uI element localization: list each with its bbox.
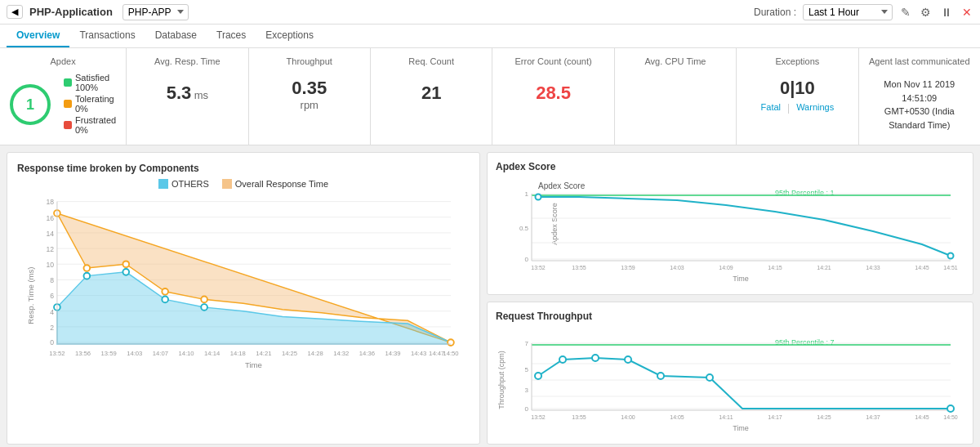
svg-point-33 [201, 304, 207, 311]
svg-text:14:51: 14:51 [943, 265, 958, 270]
svg-text:14:39: 14:39 [385, 350, 400, 357]
svg-text:Time: Time [733, 424, 749, 432]
nav-tabs: Overview Transactions Database Traces Ex… [0, 25, 980, 48]
throughput-chart-title: Request Throughput [496, 311, 964, 322]
svg-text:3: 3 [525, 387, 529, 394]
svg-text:Resp. Time (ms): Resp. Time (ms) [26, 266, 35, 324]
svg-text:Time: Time [245, 360, 262, 369]
svg-point-100 [947, 405, 954, 412]
metric-avg-cpu: Avg. CPU Time [615, 48, 737, 145]
svg-text:13:55: 13:55 [572, 414, 586, 420]
charts-section: Response time broken by Components OTHER… [7, 152, 973, 445]
metric-error-count: Error Count (count) 28.5 [492, 48, 614, 145]
svg-text:14:33: 14:33 [866, 265, 880, 270]
svg-point-97 [625, 356, 631, 363]
svg-point-98 [657, 373, 664, 379]
svg-text:14:45: 14:45 [915, 414, 929, 420]
svg-text:14:32: 14:32 [333, 350, 349, 357]
svg-text:14:03: 14:03 [127, 350, 142, 357]
svg-text:14:05: 14:05 [670, 414, 684, 420]
metric-req-count: Req. Count 21 [371, 48, 492, 145]
left-chart-legend: OTHERS Overall Response Time [17, 179, 470, 189]
duration-label: Duration : [754, 7, 796, 18]
svg-text:14:00: 14:00 [621, 414, 635, 420]
svg-text:14:14: 14:14 [204, 350, 220, 357]
svg-text:13:59: 13:59 [621, 265, 635, 270]
svg-text:Time: Time [733, 275, 749, 283]
error-count-value: 28.5 [536, 83, 571, 103]
warnings-link[interactable]: Warnings [796, 102, 834, 114]
svg-text:14:11: 14:11 [719, 414, 733, 420]
svg-text:14:50: 14:50 [943, 414, 958, 420]
agent-last-timezone: GMT+0530 (India Standard Time) [869, 105, 970, 132]
metric-apdex: Apdex 1 Satisfied 100% Tolerating 0% Fru… [0, 48, 127, 145]
svg-text:10: 10 [47, 261, 55, 269]
legend-satisfied: Satisfied 100% [64, 73, 116, 92]
svg-text:14:37: 14:37 [866, 414, 880, 420]
tab-exceptions[interactable]: Exceptions [256, 25, 323, 47]
satisfied-dot [64, 78, 72, 87]
avg-resp-unit: ms [194, 89, 208, 101]
svg-text:12: 12 [47, 245, 55, 253]
throughput-title: Throughput [259, 56, 360, 66]
svg-text:14:25: 14:25 [282, 350, 297, 357]
svg-text:0: 0 [50, 338, 54, 346]
svg-text:14:17: 14:17 [768, 414, 782, 420]
metric-agent-last: Agent last communicated Mon Nov 11 2019 … [859, 48, 980, 145]
apdex-score-title: Apdex Score [496, 161, 964, 172]
svg-text:1: 1 [525, 190, 529, 198]
svg-point-94 [535, 373, 541, 379]
svg-text:18: 18 [47, 198, 55, 206]
pause-button[interactable]: ⏸ [939, 4, 954, 20]
app-select[interactable]: PHP-APP [122, 4, 189, 20]
apdex-title: Apdex [10, 56, 116, 66]
top-bar: ◀ PHP-Application PHP-APP Duration : Las… [0, 0, 980, 25]
tab-overview[interactable]: Overview [7, 25, 69, 47]
svg-point-26 [162, 288, 168, 295]
svg-text:14:36: 14:36 [359, 350, 375, 357]
svg-text:13:52: 13:52 [49, 350, 65, 357]
svg-text:14:07: 14:07 [153, 350, 168, 357]
left-chart-svg: Resp. Time (ms) 0 2 4 6 8 10 12 [17, 194, 470, 384]
apdex-circle: 1 [10, 84, 51, 125]
settings-button[interactable]: ⚙ [919, 4, 933, 20]
edit-button[interactable]: ✎ [899, 4, 912, 20]
svg-text:14:43: 14:43 [411, 350, 426, 357]
throughput-value: 0.35 [259, 78, 360, 99]
svg-text:Apdex Score: Apdex Score [538, 181, 586, 190]
svg-text:13:52: 13:52 [531, 265, 546, 270]
close-button[interactable]: ✕ [960, 4, 973, 20]
throughput-unit: rpm [259, 99, 360, 111]
top-bar-right: Duration : Last 1 Hour Last 3 Hours Last… [754, 4, 973, 20]
svg-point-30 [84, 273, 91, 279]
fatal-link[interactable]: Fatal [761, 102, 781, 114]
svg-point-28 [448, 339, 454, 346]
legend-frustrated: Frustrated 0% [64, 115, 116, 135]
svg-text:13:55: 13:55 [572, 265, 586, 270]
duration-select[interactable]: Last 1 Hour Last 3 Hours Last 6 Hours La… [803, 4, 893, 20]
svg-text:13:56: 13:56 [75, 350, 91, 357]
apdex-content: 1 Satisfied 100% Tolerating 0% Frustrate… [10, 73, 116, 136]
others-color [158, 179, 168, 189]
overall-color [222, 179, 232, 189]
svg-text:0.5: 0.5 [519, 225, 529, 232]
svg-point-24 [84, 265, 91, 271]
svg-point-95 [559, 356, 566, 363]
svg-text:7: 7 [525, 340, 529, 347]
avg-resp-value: 5.3 [167, 83, 192, 103]
back-button[interactable]: ◀ [7, 5, 23, 19]
svg-text:6: 6 [50, 292, 54, 300]
metric-exceptions: Exceptions 0|10 Fatal | Warnings [737, 48, 858, 145]
legend-overall: Overall Response Time [222, 179, 328, 189]
chart-right-panels: Apdex Score Apdex Score Apdex Score 95th… [487, 152, 973, 445]
tab-transactions[interactable]: Transactions [69, 25, 145, 47]
svg-text:14:15: 14:15 [768, 265, 782, 270]
req-count-value: 21 [421, 83, 441, 103]
svg-text:Apdex Score: Apdex Score [550, 203, 559, 245]
tab-database[interactable]: Database [145, 25, 207, 47]
svg-text:14:03: 14:03 [670, 265, 684, 270]
agent-last-value: Mon Nov 11 2019 14:51:09 [869, 78, 970, 105]
tab-traces[interactable]: Traces [207, 25, 256, 47]
avg-resp-title: Avg. Resp. Time [136, 56, 238, 66]
svg-point-96 [592, 355, 599, 361]
